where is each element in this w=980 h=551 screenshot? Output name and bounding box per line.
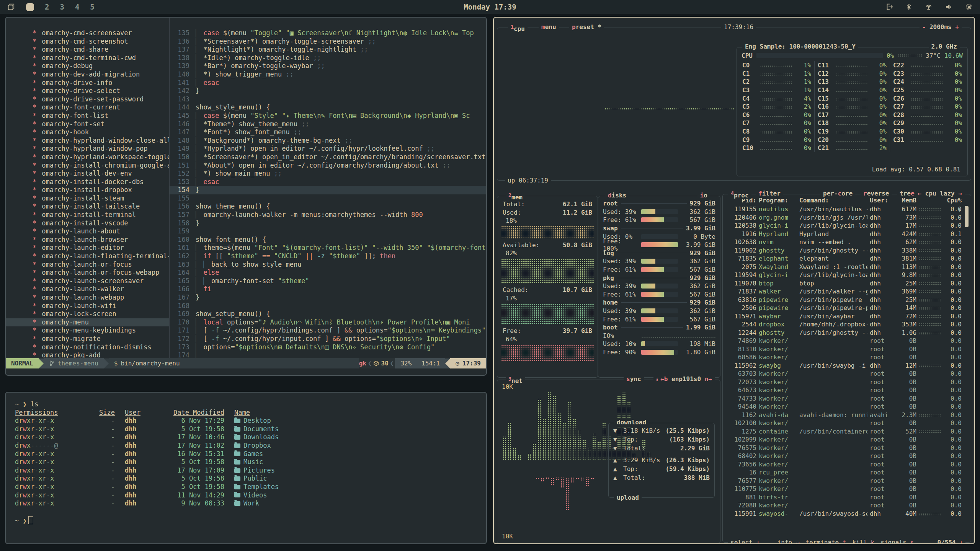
tree-button[interactable]: tree [897, 190, 917, 197]
file-item[interactable]: *omarchy-install-vscode [6, 219, 169, 228]
process-row[interactable]: 102638nvimnvim --embed .dhh62M0.0 [723, 238, 971, 246]
file-item[interactable]: *omarchy-drive-info [6, 79, 169, 87]
filter-button[interactable]: filter [756, 190, 783, 197]
file-item[interactable]: *omarchy-launch-about [6, 227, 169, 236]
file-item[interactable]: *omarchy-cmd-screensaver [6, 29, 169, 37]
code-pane[interactable]: 135▏ case $(menu "Toggle" "▣ Screensaver… [170, 18, 486, 358]
sync-button[interactable]: sync [624, 375, 644, 383]
file-item[interactable]: *omarchy-pkg-add [6, 351, 169, 358]
process-row[interactable]: 110775kworker/root0B0.0 [723, 485, 971, 493]
file-item[interactable]: *omarchy-hyprland-workspace-toggle [6, 153, 169, 161]
process-row[interactable]: 2544dropbox/home/dhh/.dropbox-distdhh353… [723, 320, 971, 329]
process-row[interactable]: 120406org.gnom/usr/bin/gjs /usr/lib/odhh… [723, 214, 971, 222]
process-row[interactable]: 881btrfs-trroot0B0.0 [723, 493, 971, 502]
process-row[interactable]: 119078btopbtopdhh25M0.0 [723, 279, 971, 288]
process-row[interactable]: 76577kworker/root0B0.0 [723, 477, 971, 485]
process-row[interactable]: 115971waybar/usr/bin/waybardhh72M0.0 [723, 312, 971, 321]
process-row[interactable]: 76575kworker/root0B0.0 [723, 444, 971, 452]
interval-control[interactable]: - 2000ms + [920, 23, 962, 31]
process-row[interactable]: 64673kworker/root0B0.0 [723, 386, 971, 395]
process-row[interactable]: 94540kworker/root0B0.0 [723, 403, 971, 411]
file-item[interactable]: *omarchy-launch-screensaver [6, 277, 169, 285]
proc-scrollbar[interactable] [965, 206, 969, 227]
process-row[interactable]: 119002ghostty/usr/bin/ghostty --gtk-dhh3… [723, 246, 971, 255]
file-item[interactable]: *omarchy-lock-screen [6, 310, 169, 318]
process-row[interactable]: 1162avahi-daavahi-daemon: running [avahi… [723, 411, 971, 419]
process-row[interactable]: 81310kworker/root0B0.0 [723, 345, 971, 354]
process-row[interactable]: 63816pipewire/usr/bin/pipewiredhh25M0.0 [723, 296, 971, 304]
file-item[interactable]: *omarchy-launch-floating-terminal- [6, 252, 169, 261]
process-row[interactable]: 2506pipewire/usr/bin/pipewire-pulsedhh14… [723, 304, 971, 312]
process-row[interactable]: 16rcu_preeroot0B0.0 [723, 468, 971, 477]
process-row[interactable]: 68586kworker/root0B0.0 [723, 353, 971, 362]
file-item[interactable]: *omarchy-launch-or-focus-webapp [6, 269, 169, 277]
process-row[interactable]: 102099kworker/root0B0.0 [723, 435, 971, 444]
file-item[interactable]: *omarchy-launch-walker [6, 285, 169, 293]
file-item[interactable]: *omarchy-hyprland-window-pop [6, 145, 169, 153]
apps-icon[interactable] [7, 3, 15, 11]
workspace-button[interactable]: 4 [75, 3, 79, 11]
footer-button[interactable]: terminate t [805, 539, 846, 544]
file-tree[interactable]: *omarchy-cmd-screensaver*omarchy-cmd-scr… [6, 18, 170, 358]
footer-button[interactable]: signals s [880, 539, 914, 544]
file-item[interactable]: *omarchy-launch-webapp [6, 293, 169, 302]
preset-button[interactable]: preset * [569, 23, 604, 31]
file-item[interactable]: *omarchy-launch-or-focus [6, 261, 169, 269]
process-row[interactable]: 115962swaybg/usr/bin/swaybg -i /homdhh12… [723, 362, 971, 370]
file-item[interactable]: *omarchy-font-current [6, 103, 169, 112]
workspace-button[interactable]: 3 [60, 3, 64, 11]
neovim-window[interactable]: *omarchy-cmd-screensaver*omarchy-cmd-scr… [5, 17, 487, 376]
process-row[interactable]: 120538glycin-i/usr/lib/glycin-loadersdhh… [723, 222, 971, 230]
column-header[interactable] [919, 196, 941, 214]
disks-box-title[interactable]: disks [605, 192, 629, 199]
cpu-box-title[interactable]: 1cpu [508, 23, 528, 33]
file-item[interactable]: *omarchy-cmd-screenshot [6, 37, 169, 46]
file-item[interactable]: *omarchy-menu [6, 318, 169, 327]
process-row[interactable]: 74869kworker/root0B0.0 [723, 337, 971, 345]
workspace-button[interactable]: 2 [45, 3, 49, 11]
cpu-icon[interactable] [965, 3, 973, 11]
bluetooth-icon[interactable] [905, 3, 913, 11]
file-item[interactable]: *omarchy-hyprland-window-close-all [6, 137, 169, 145]
file-item[interactable]: *omarchy-install-tailscale [6, 202, 169, 211]
process-row[interactable]: 1275containe/usr/bin/containerdroot52M0.… [723, 427, 971, 436]
process-row[interactable]: 71837walker/usr/bin/walker --gappldhh369… [723, 287, 971, 296]
file-item[interactable]: *omarchy-install-dropbox [6, 186, 169, 194]
process-row[interactable]: 119594glycin-i/usr/lib/glycin-loadersdhh… [723, 271, 971, 279]
file-item[interactable]: *omarchy-font-set [6, 120, 169, 129]
file-item[interactable]: *omarchy-launch-browser [6, 236, 169, 244]
file-item[interactable]: *omarchy-debug [6, 62, 169, 70]
process-row[interactable]: 12244ghostty/usr/bin/ghostty --gtk-dhh1.… [723, 329, 971, 337]
file-item[interactable]: *omarchy-dev-add-migration [6, 70, 169, 79]
volume-icon[interactable] [945, 3, 953, 11]
workspace-button[interactable]: 5 [90, 3, 94, 11]
process-row[interactable]: 63703kworker/root0B0.0 [723, 370, 971, 378]
footer-button[interactable]: kill k [852, 539, 874, 544]
btop-window[interactable]: 1cpu menu preset * 17:39:16 - 2000ms + u… [493, 17, 975, 544]
file-item[interactable]: *omarchy-migrate [6, 335, 169, 343]
process-row[interactable]: 68402kworker/root0B0.0 [723, 452, 971, 460]
file-item[interactable]: *omarchy-install-chromium-google-a [6, 161, 169, 170]
file-item[interactable]: *omarchy-launch-editor [6, 244, 169, 252]
process-row[interactable]: 74733kworker/root0B0.0 [723, 395, 971, 403]
file-item[interactable]: *omarchy-cmd-share [6, 46, 169, 54]
file-item[interactable]: *omarchy-drive-set-password [6, 95, 169, 104]
process-row[interactable]: 72088kworker/root0B0.0 [723, 501, 971, 510]
file-item[interactable]: *omarchy-install-docker-dbs [6, 178, 169, 186]
process-row[interactable]: 72073kworker/root0B0.0 [723, 378, 971, 386]
reverse-button[interactable]: reverse [861, 190, 892, 197]
footer-button[interactable]: info ↵ [777, 539, 800, 544]
file-item[interactable]: *omarchy-notification-dismiss [6, 343, 169, 352]
file-item[interactable]: *omarchy-launch-wifi [6, 302, 169, 310]
file-item[interactable]: *omarchy-hook [6, 128, 169, 137]
logout-icon[interactable] [885, 3, 893, 11]
workspace-active[interactable] [26, 3, 34, 11]
per-core-button[interactable]: per-core [820, 190, 855, 197]
terminal-window[interactable]: ~ ❯ ls PermissionsSizeUserDate ModifiedN… [5, 392, 487, 544]
prompt[interactable]: ~ ❯ [15, 516, 477, 525]
menu-button[interactable]: menu [539, 23, 559, 31]
io-toggle[interactable]: io [697, 192, 710, 199]
process-row[interactable]: 115991swayosd-/usr/bin/swayosd-serverdhh… [723, 510, 971, 518]
process-row[interactable]: 2075XwaylandXwayland :1 -rootless -dhh11… [723, 263, 971, 271]
process-row[interactable]: 102100kworker/root0B0.0 [723, 419, 971, 427]
